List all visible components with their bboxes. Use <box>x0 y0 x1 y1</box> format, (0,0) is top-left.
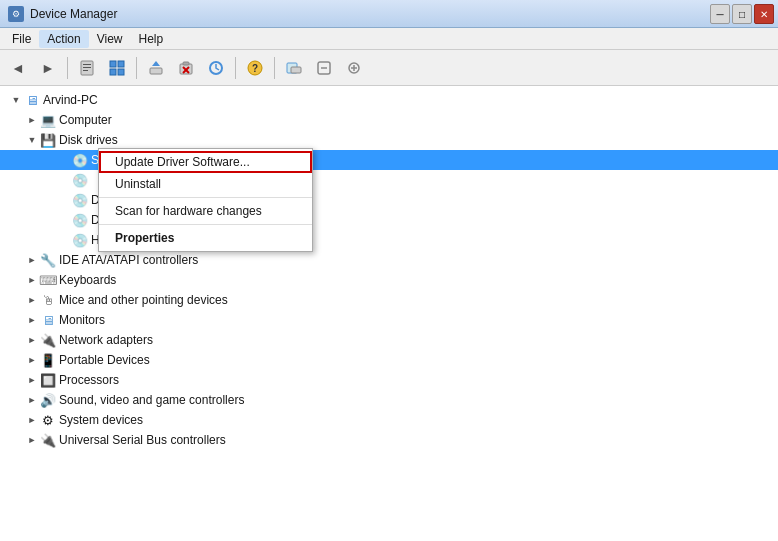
update-driver-button[interactable] <box>142 54 170 82</box>
close-button[interactable]: ✕ <box>754 4 774 24</box>
menu-action[interactable]: Action <box>39 30 88 48</box>
processors-icon: 🔲 <box>40 372 56 388</box>
dv-icon: 💿 <box>72 212 88 228</box>
usb-label: Universal Serial Bus controllers <box>59 433 226 447</box>
tree-sound[interactable]: ► 🔊 Sound, video and game controllers <box>0 390 778 410</box>
system-label: System devices <box>59 413 143 427</box>
ide-expander[interactable]: ► <box>24 252 40 268</box>
usb-expander[interactable]: ► <box>24 432 40 448</box>
keyboards-label: Keyboards <box>59 273 116 287</box>
svg-rect-6 <box>110 69 116 75</box>
sound-icon: 🔊 <box>40 392 56 408</box>
show-hide-button[interactable] <box>103 54 131 82</box>
disk-item-2-expander <box>56 172 72 188</box>
root-label: Arvind-PC <box>43 93 98 107</box>
system-expander[interactable]: ► <box>24 412 40 428</box>
svg-rect-3 <box>83 70 88 71</box>
menu-bar: File Action View Help <box>0 28 778 50</box>
extra-btn-2[interactable] <box>310 54 338 82</box>
portable-icon: 📱 <box>40 352 56 368</box>
keyboards-icon: ⌨ <box>40 272 56 288</box>
help-button[interactable]: ? <box>241 54 269 82</box>
menu-file[interactable]: File <box>4 30 39 48</box>
disk-expander[interactable]: ▼ <box>24 132 40 148</box>
network-expander[interactable]: ► <box>24 332 40 348</box>
monitors-label: Monitors <box>59 313 105 327</box>
tree-mice[interactable]: ► 🖱 Mice and other pointing devices <box>0 290 778 310</box>
processors-expander[interactable]: ► <box>24 372 40 388</box>
tree-network[interactable]: ► 🔌 Network adapters <box>0 330 778 350</box>
mice-expander[interactable]: ► <box>24 292 40 308</box>
tree-disk-drives[interactable]: ▼ 💾 Disk drives <box>0 130 778 150</box>
tree-ide[interactable]: ► 🔧 IDE ATA/ATAPI controllers <box>0 250 778 270</box>
toolbar-separator-1 <box>67 57 68 79</box>
menu-view[interactable]: View <box>89 30 131 48</box>
tree-portable[interactable]: ► 📱 Portable Devices <box>0 350 778 370</box>
tree-computer[interactable]: ► 💻 Computer <box>0 110 778 130</box>
ctx-properties[interactable]: Properties <box>99 227 312 249</box>
forward-button[interactable]: ► <box>34 54 62 82</box>
sound-expander[interactable]: ► <box>24 392 40 408</box>
computer-expander[interactable]: ► <box>24 112 40 128</box>
computer-icon: 💻 <box>40 112 56 128</box>
title-bar-controls: ─ □ ✕ <box>710 4 774 24</box>
extra-btn-3[interactable] <box>340 54 368 82</box>
minimize-button[interactable]: ─ <box>710 4 730 24</box>
ide-label: IDE ATA/ATAPI controllers <box>59 253 198 267</box>
back-button[interactable]: ◄ <box>4 54 32 82</box>
title-bar: ⚙ Device Manager ─ □ ✕ <box>0 0 778 28</box>
portable-label: Portable Devices <box>59 353 150 367</box>
svg-rect-4 <box>110 61 116 67</box>
network-label: Network adapters <box>59 333 153 347</box>
disk-item-2-icon: 💿 <box>72 172 88 188</box>
toolbar-separator-3 <box>235 57 236 79</box>
computer-label: Computer <box>59 113 112 127</box>
maximize-button[interactable]: □ <box>732 4 752 24</box>
disk-item-1-expander <box>56 152 72 168</box>
properties-button[interactable] <box>73 54 101 82</box>
tree-keyboards[interactable]: ► ⌨ Keyboards <box>0 270 778 290</box>
root-icon: 🖥 <box>24 92 40 108</box>
ctx-uninstall[interactable]: Uninstall <box>99 173 312 195</box>
tree-processors[interactable]: ► 🔲 Processors <box>0 370 778 390</box>
extra-btn-1[interactable] <box>280 54 308 82</box>
ide-icon: 🔧 <box>40 252 56 268</box>
title-bar-text: Device Manager <box>30 7 117 21</box>
svg-rect-5 <box>118 61 124 67</box>
monitors-icon: 🖥 <box>40 312 56 328</box>
root-expander[interactable]: ▼ <box>8 92 24 108</box>
processors-label: Processors <box>59 373 119 387</box>
uninstall-button[interactable] <box>172 54 200 82</box>
portable-expander[interactable]: ► <box>24 352 40 368</box>
mice-label: Mice and other pointing devices <box>59 293 228 307</box>
toolbar-separator-2 <box>136 57 137 79</box>
menu-help[interactable]: Help <box>131 30 172 48</box>
tree-monitors[interactable]: ► 🖥 Monitors <box>0 310 778 330</box>
hu-expander <box>56 232 72 248</box>
svg-rect-1 <box>83 64 91 65</box>
tree-usb[interactable]: ► 🔌 Universal Serial Bus controllers <box>0 430 778 450</box>
ctx-update-driver[interactable]: Update Driver Software... <box>99 151 312 173</box>
disk-drives-label: Disk drives <box>59 133 118 147</box>
disk-item-1-icon: 💿 <box>72 152 88 168</box>
network-icon: 🔌 <box>40 332 56 348</box>
sound-label: Sound, video and game controllers <box>59 393 244 407</box>
svg-rect-2 <box>83 67 91 68</box>
tree-root[interactable]: ▼ 🖥 Arvind-PC <box>0 90 778 110</box>
toolbar: ◄ ► <box>0 50 778 86</box>
tree-system[interactable]: ► ⚙ System devices <box>0 410 778 430</box>
svg-rect-18 <box>291 67 301 73</box>
di-expander <box>56 192 72 208</box>
app-icon: ⚙ <box>8 6 24 22</box>
system-icon: ⚙ <box>40 412 56 428</box>
hu-icon: 💿 <box>72 232 88 248</box>
usb-icon: 🔌 <box>40 432 56 448</box>
context-menu: Update Driver Software... Uninstall Scan… <box>98 148 313 252</box>
monitors-expander[interactable]: ► <box>24 312 40 328</box>
svg-marker-9 <box>152 61 160 66</box>
mice-icon: 🖱 <box>40 292 56 308</box>
di-icon: 💿 <box>72 192 88 208</box>
ctx-scan[interactable]: Scan for hardware changes <box>99 200 312 222</box>
ctx-separator <box>99 197 312 198</box>
scan-button[interactable] <box>202 54 230 82</box>
